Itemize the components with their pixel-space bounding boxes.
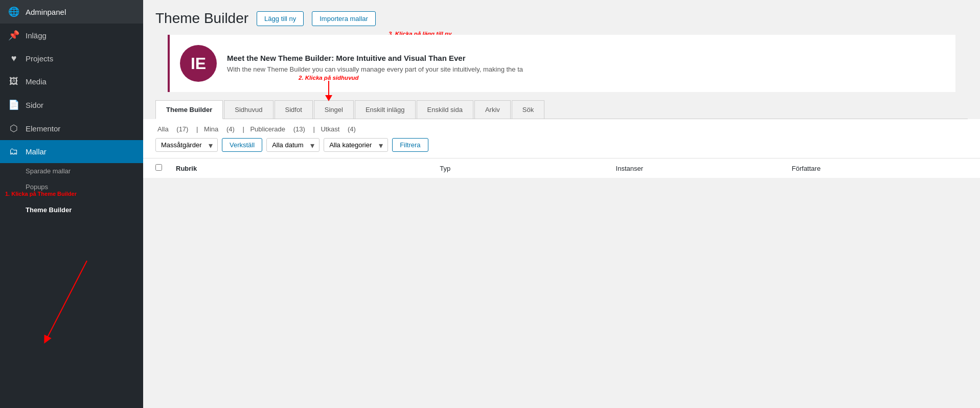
tab-arkiv[interactable]: Arkiv [474, 100, 511, 119]
annotation-1: 1. Klicka på Theme Builder [5, 191, 77, 197]
category-select-wrapper: Alla kategorier [324, 138, 388, 152]
filter-links: Alla (17) | Mina (4) | Publicerade (13) … [155, 125, 360, 133]
sidebar-item-sidor[interactable]: 📄 Sidor [0, 93, 143, 117]
notice-logo: IE [180, 45, 217, 82]
sidebar-item-mallar[interactable]: 🗂 Mallar [0, 140, 143, 163]
mass-action-select-wrapper: Massåtgärder [155, 138, 218, 152]
select-all-checkbox[interactable] [155, 164, 162, 171]
filter-utkast[interactable]: Utkast [318, 125, 341, 133]
tab-enskilt-inlagg[interactable]: Enskilt inlägg [355, 100, 416, 119]
tabs-container: Theme Builder Sidhuvud Sidfot Singel Ens… [155, 100, 968, 119]
filter-links-row: Alla (17) | Mina (4) | Publicerade (13) … [155, 125, 968, 133]
admin-icon: 🌐 [8, 6, 19, 17]
media-icon: 🖼 [8, 76, 19, 87]
sidebar-item-elementor[interactable]: ⬡ Elementor [0, 117, 143, 140]
category-select[interactable]: Alla kategorier [324, 138, 388, 152]
tab-theme-builder[interactable]: Theme Builder [155, 100, 223, 119]
col-instanser: Instanser [616, 165, 792, 172]
sidebar-item-adminpanel[interactable]: 🌐 Adminpanel [0, 0, 143, 24]
importera-mallar-button[interactable]: Importera mallar [312, 11, 376, 26]
date-select[interactable]: Alla datum [266, 138, 320, 152]
table-check-all [155, 164, 176, 173]
filter-publicerade[interactable]: Publicerade [248, 125, 287, 133]
heart-icon: ♥ [8, 53, 19, 64]
col-rubrik: Rubrik [176, 165, 440, 172]
sidebar-item-inlagg[interactable]: 📌 Inlägg [0, 24, 143, 47]
filtrera-button[interactable]: Filtrera [392, 138, 428, 152]
filter-alla[interactable]: Alla [155, 125, 171, 133]
verkstall-button[interactable]: Verkställ [222, 138, 262, 152]
filters-area: Alla (17) | Mina (4) | Publicerade (13) … [143, 119, 980, 158]
mass-action-select[interactable]: Massåtgärder [155, 138, 218, 152]
tab-singel[interactable]: Singel [314, 100, 354, 119]
filter-mina[interactable]: Mina [202, 125, 220, 133]
notice-text: Meet the New Theme Builder: More Intuiti… [227, 54, 523, 73]
tabs-area: 2. Klicka på sidhuvud Theme Builder Sidh… [155, 100, 968, 119]
notice-heading: Meet the New Theme Builder: More Intuiti… [227, 54, 523, 62]
notice-wrapper: IE Meet the New Theme Builder: More Intu… [155, 27, 968, 100]
main-content: Theme Builder Lägg till ny Importera mal… [143, 0, 980, 408]
table-header: Rubrik Typ Instanser Författare [143, 158, 980, 178]
sidebar: 🌐 Adminpanel 📌 Inlägg ♥ Projects 🖼 Media… [0, 0, 143, 408]
elementor-icon: ⬡ [8, 123, 19, 134]
tab-sidfot[interactable]: Sidfot [275, 100, 313, 119]
col-typ: Typ [440, 165, 616, 172]
page-header: Theme Builder Lägg till ny Importera mal… [143, 0, 980, 27]
tab-sok[interactable]: Sök [512, 100, 544, 119]
page-title: Theme Builder [155, 10, 248, 27]
col-forfattare: Författare [792, 165, 968, 172]
lagg-till-ny-button[interactable]: Lägg till ny [257, 11, 304, 26]
pin-icon: 📌 [8, 30, 19, 41]
notice-body: With the new Theme Builder you can visua… [227, 65, 523, 73]
sidebar-item-media[interactable]: 🖼 Media [0, 70, 143, 93]
tab-sidhuvud[interactable]: Sidhuvud [224, 100, 273, 119]
sidebar-subitem-theme-builder[interactable]: Theme Builder [0, 202, 143, 218]
sidebar-subitem-sparade-mallar[interactable]: Sparade mallar [0, 163, 143, 179]
date-select-wrapper: Alla datum [266, 138, 320, 152]
page-icon: 📄 [8, 99, 19, 110]
notice-banner: IE Meet the New Theme Builder: More Intu… [168, 35, 955, 92]
mallar-icon: 🗂 [8, 146, 19, 157]
sidebar-item-projects[interactable]: ♥ Projects [0, 47, 143, 70]
tab-enskild-sida[interactable]: Enskild sida [417, 100, 473, 119]
filter-controls-row: Massåtgärder Verkställ Alla datum Alla k… [155, 138, 968, 152]
